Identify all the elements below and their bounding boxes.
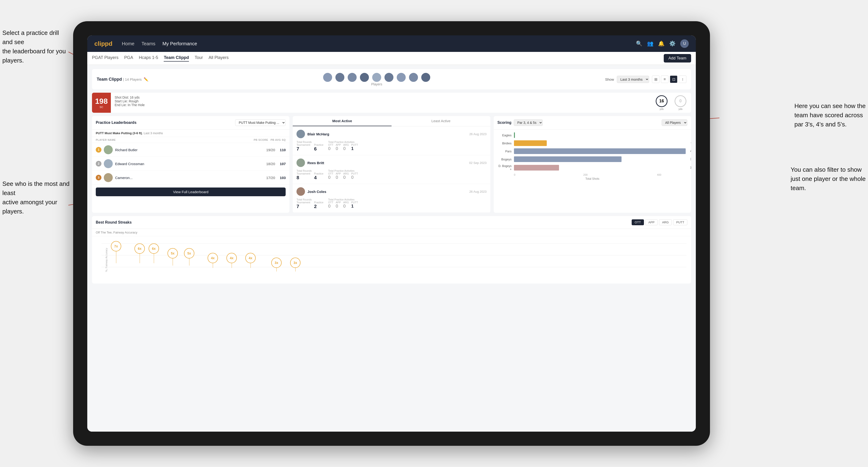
practice-stat-2: Practice 4 [314,172,323,181]
player-count: | 14 Players [123,77,142,81]
subnav-hcaps[interactable]: Hcaps 1-5 [139,55,158,62]
practice-val-3: 2 [314,204,323,209]
total-rounds-section-1: Total Rounds Tournament 7 Practice 6 [297,141,323,152]
total-practice-section-2: Total Practice Activities OTT 0 APP 0 [328,169,358,181]
navbar: clippd Home Teams My Performance 🔍 👥 🔔 ⚙… [87,35,696,52]
arg-stat-3: ARG 0 [343,201,349,209]
app-stat-2: APP 0 [336,172,341,180]
chart-val-birdies: 96 [691,142,691,145]
app-stat-3: APP 0 [336,201,341,209]
settings-icon[interactable]: ⚙️ [669,40,676,47]
scoring-title: Scoring [497,121,512,125]
chart-bar-container-pars: 499 [514,148,687,154]
streak-line-2 [140,254,140,263]
activity-header-3: Josh Coles 26 Aug 2023 [297,187,486,196]
lb-rank-2: 2 [96,161,101,166]
ott-val-1: 0 [328,146,333,151]
tab-most-active[interactable]: Most Active [293,116,392,126]
users-icon[interactable]: 👥 [647,40,653,47]
nav-links: Home Teams My Performance [122,41,636,46]
show-select[interactable]: Last 3 months Last 6 months Last year [617,76,649,83]
drill-select[interactable]: PUTT Must Make Putting ... [235,119,286,126]
tournament-stat-3: Tournament 7 [297,201,310,209]
search-icon[interactable]: 🔍 [636,40,642,47]
three-col-grid: Practice Leaderboards PUTT Must Make Put… [92,116,691,213]
filter-app[interactable]: APP [645,219,658,225]
tablet-shell: clippd Home Teams My Performance 🔍 👥 🔔 ⚙… [73,21,710,446]
lb-rank-3: 3 [96,175,101,181]
circle-stat-2: 0 yds [675,95,686,111]
navbar-icons: 🔍 👥 🔔 ⚙️ U [636,39,689,48]
scorecard-info: Shot Dist: 16 yds Start Lie: Rough End L… [111,93,651,113]
view-full-leaderboard-button[interactable]: View Full Leaderboard [96,187,286,196]
activity-card: Most Active Least Active Blair McHarg 26… [293,116,490,213]
filter-putt[interactable]: PUTT [673,219,687,225]
filter-ott[interactable]: OTT [632,219,644,225]
user-avatar[interactable]: U [680,39,689,48]
streak-bubble-7: 4x [226,253,237,263]
arg-val-1: 0 [343,146,349,151]
ott-val-2: 0 [328,175,333,180]
scoring-players-filter[interactable]: All Players [661,119,687,126]
lb-score-2: 18/20 [266,162,275,166]
filter-arg[interactable]: ARG [659,219,672,225]
subnav-pga[interactable]: PGA [124,55,133,62]
ott-val-3: 0 [328,204,333,209]
tournament-val-1: 7 [297,146,310,152]
activity-item-3: Josh Coles 26 Aug 2023 Total Rounds Tour… [293,184,490,213]
edit-icon[interactable]: ✏️ [144,77,148,82]
subnav-team-clippd[interactable]: Team Clippd [164,55,189,62]
circle-val-1: 16 [656,95,668,107]
chart-bar-eagles [514,132,515,138]
putt-stat-3: PUTT 1 [351,201,358,209]
lb-avg-1: 110 [280,148,286,152]
streaks-chart: %, Fairway Accuracy 7x 6x 6x 5x 5x [92,236,691,283]
chart-view-icon[interactable]: ↕ [679,75,686,83]
total-rounds-section-3: Total Rounds Tournament 7 Practice 2 [297,198,323,209]
annotation-right-bottom: You can also filter to show just one pla… [790,165,866,193]
activity-avatar-2 [297,158,305,167]
streak-bubble-3: 6x [149,243,159,254]
streaks-header: Best Round Streaks OTT APP ARG PUTT [92,216,691,229]
practice-val-2: 4 [314,175,323,181]
nav-teams[interactable]: Teams [142,41,155,46]
subnav-all-players[interactable]: All Players [209,55,228,62]
arg-val-3: 0 [343,204,349,209]
grid-view-icon[interactable]: ⊞ [652,75,659,83]
practice-val-1: 6 [314,146,323,152]
practice-stat-3: Practice 2 [314,201,323,209]
player-avatar [360,72,369,82]
streak-bubble-4: 5x [167,248,178,258]
chart-x-axis: 0 200 400 [497,173,687,176]
chart-val-bogeys: 311 [690,158,691,161]
scorecard-preview: 198 SC Shot Dist: 16 yds Start Lie: Roug… [92,93,691,113]
app-val-3: 0 [336,204,341,209]
scoring-card: Scoring Par 3, 4 & 5s All Players Eagles [494,116,691,213]
lb-avatar-2 [104,159,113,168]
subnav-pgat[interactable]: PGAT Players [92,55,118,62]
chart-bar-container-dbogeys: 131 [514,165,687,170]
add-team-button[interactable]: Add Team [664,54,691,63]
streaks-filter-group: OTT APP ARG PUTT [632,219,687,225]
arg-stat-2: ARG 0 [343,172,349,180]
scoring-par-filter[interactable]: Par 3, 4 & 5s [514,119,543,126]
card-view-icon[interactable]: ⊡ [670,75,677,83]
chart-row-dbogeys: D. Bogeys + 131 [497,164,687,171]
subnav-tour[interactable]: Tour [195,55,203,62]
player-avatar [347,72,357,82]
team-controls: Show Last 3 months Last 6 months Last ye… [605,75,686,83]
list-view-icon[interactable]: ≡ [661,75,669,83]
streak-line-7 [231,263,232,268]
scorecard-sc-label: SC [99,106,103,108]
chart-bar-birdies [514,140,547,146]
streak-bubble-9: 3x [271,257,282,268]
lb-name-1: Richard Butler [115,148,264,152]
scoring-chart: Eagles 3 Birdies 96 [494,129,691,183]
chart-bar-container-birdies: 96 [514,140,687,146]
tab-least-active[interactable]: Least Active [392,116,490,126]
nav-home[interactable]: Home [122,41,134,46]
activity-tabs: Most Active Least Active [293,116,490,126]
bell-icon[interactable]: 🔔 [658,40,664,47]
nav-my-performance[interactable]: My Performance [162,41,197,46]
scorecard-number: 198 [95,97,107,106]
